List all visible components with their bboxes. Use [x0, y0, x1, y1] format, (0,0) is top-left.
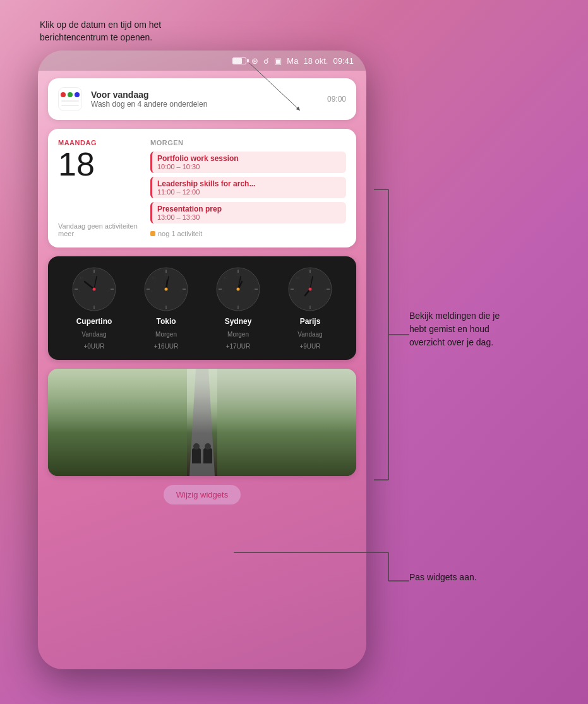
clock-offset-cupertino: +0UUR — [83, 343, 104, 350]
calendar-event-title-0: Portfolio work session — [157, 154, 341, 163]
svg-text:12: 12 — [164, 273, 169, 277]
reminder-time: 09:00 — [327, 95, 346, 104]
calendar-left: MAANDAG 18 Vandaag geen activiteiten mee… — [58, 139, 140, 237]
control-center-icon[interactable]: ▣ — [274, 56, 282, 66]
clock-tokio: 12 3 6 9 10 Tokio Morgen +16UUR — [143, 266, 189, 350]
clock-face-cupertino: 12 3 6 9 10 — [71, 266, 117, 312]
svg-point-25 — [165, 288, 168, 291]
menu-bar-date: 18 okt. — [303, 56, 328, 66]
svg-text:10: 10 — [224, 276, 228, 280]
clock-city-cupertino: Cupertino — [76, 317, 112, 326]
svg-point-38 — [237, 288, 240, 291]
calendar-widget[interactable]: MAANDAG 18 Vandaag geen activiteiten mee… — [48, 129, 356, 248]
svg-text:12: 12 — [92, 273, 97, 277]
reminder-content: Voor vandaag Wash dog en 4 andere onderd… — [91, 90, 318, 109]
calendar-no-events: Vandaag geen activiteiten meer — [58, 222, 140, 237]
fog — [48, 369, 356, 433]
reminder-title: Voor vandaag — [91, 90, 318, 100]
cyclist-1 — [192, 448, 201, 463]
calendar-more-dot — [150, 231, 155, 236]
calendar-event-1[interactable]: Leadership skills for arch... 11:00 – 12… — [150, 177, 346, 198]
calendar-right: MORGEN Portfolio work session 10:00 – 10… — [150, 139, 346, 237]
device-frame: ⊛ ☌ ▣ Ma 18 okt. 09:41 Voor vandaag Wa — [38, 51, 366, 669]
clock-parijs: 12 3 6 9 10 Parijs Vandaag +9UUR — [287, 266, 333, 350]
widgets-area: Voor vandaag Wash dog en 4 andere onderd… — [38, 71, 366, 512]
clock-offset-sydney: +17UUR — [226, 343, 251, 350]
calendar-event-title-2: Presentation prep — [157, 205, 341, 213]
clock-city-parijs: Parijs — [300, 317, 321, 326]
calendar-event-0[interactable]: Portfolio work session 10:00 – 10:30 — [150, 152, 346, 173]
clock-day-tokio: Morgen — [155, 331, 177, 338]
reminder-dot-green — [68, 92, 73, 97]
clock-face-parijs: 12 3 6 9 10 — [287, 266, 333, 312]
clock-city-sydney: Sydney — [225, 317, 252, 326]
reminder-subtitle: Wash dog en 4 andere onderdelen — [91, 100, 318, 109]
clock-cupertino: 12 3 6 9 10 Cupertino Vandaag +0UUR — [71, 266, 117, 350]
right-annotation: Bekijk meldingen die je hebt gemist en h… — [409, 309, 500, 349]
reminders-icon — [58, 87, 82, 111]
reminder-dot-red — [61, 92, 66, 97]
calendar-event-time-0: 10:00 – 10:30 — [157, 163, 341, 170]
clock-offset-tokio: +16UUR — [154, 343, 179, 350]
clock-day-cupertino: Vandaag — [81, 331, 106, 338]
search-icon[interactable]: ☌ — [263, 56, 269, 66]
edit-widgets-button[interactable]: Wijzig widgets — [164, 485, 241, 504]
svg-text:12: 12 — [236, 273, 241, 277]
calendar-event-time-1: 11:00 – 12:00 — [157, 188, 341, 196]
calendar-more-text: nog 1 activiteit — [158, 230, 202, 237]
menu-bar-time[interactable]: 09:41 — [333, 56, 354, 66]
svg-point-12 — [93, 288, 96, 291]
calendar-more: nog 1 activiteit — [150, 230, 346, 237]
menu-bar-datetime[interactable]: Ma — [287, 56, 298, 66]
photo-scene — [48, 369, 356, 476]
clock-city-tokio: Tokio — [156, 317, 176, 326]
calendar-date: 18 — [58, 148, 140, 181]
svg-text:10: 10 — [80, 276, 84, 280]
svg-text:10: 10 — [296, 276, 300, 280]
menu-bar: ⊛ ☌ ▣ Ma 18 okt. 09:41 — [38, 51, 366, 71]
cyclists — [192, 448, 212, 463]
clock-sydney: 12 3 6 9 10 Sydney Morgen +17UUR — [215, 266, 261, 350]
svg-text:10: 10 — [152, 276, 156, 280]
top-annotation: Klik op de datum en tijd om het berichte… — [40, 19, 161, 44]
cyclist-2 — [203, 448, 212, 463]
calendar-event-2[interactable]: Presentation prep 13:00 – 13:30 — [150, 202, 346, 224]
clock-offset-parijs: +9UUR — [299, 343, 320, 350]
svg-point-51 — [309, 288, 312, 291]
calendar-section-label: MORGEN — [150, 139, 346, 146]
calendar-event-time-2: 13:00 – 13:30 — [157, 213, 341, 221]
calendar-event-title-1: Leadership skills for arch... — [157, 179, 341, 188]
photo-widget[interactable] — [48, 369, 356, 476]
reminders-widget[interactable]: Voor vandaag Wash dog en 4 andere onderd… — [48, 78, 356, 120]
menu-bar-icons: ⊛ ☌ ▣ Ma 18 okt. 09:41 — [232, 56, 354, 66]
clock-face-tokio: 12 3 6 9 10 — [143, 266, 189, 312]
clock-face-sydney: 12 3 6 9 10 — [215, 266, 261, 312]
bottom-annotation: Pas widgets aan. — [409, 571, 477, 584]
svg-text:12: 12 — [308, 273, 313, 277]
world-clock-widget[interactable]: 12 3 6 9 10 Cupertino Vandaag +0UUR — [48, 256, 356, 360]
wifi-icon: ⊛ — [251, 56, 258, 66]
clock-day-parijs: Vandaag — [297, 331, 322, 338]
reminder-dot-blue — [75, 92, 80, 97]
battery-icon — [232, 57, 246, 64]
clock-day-sydney: Morgen — [227, 331, 249, 338]
